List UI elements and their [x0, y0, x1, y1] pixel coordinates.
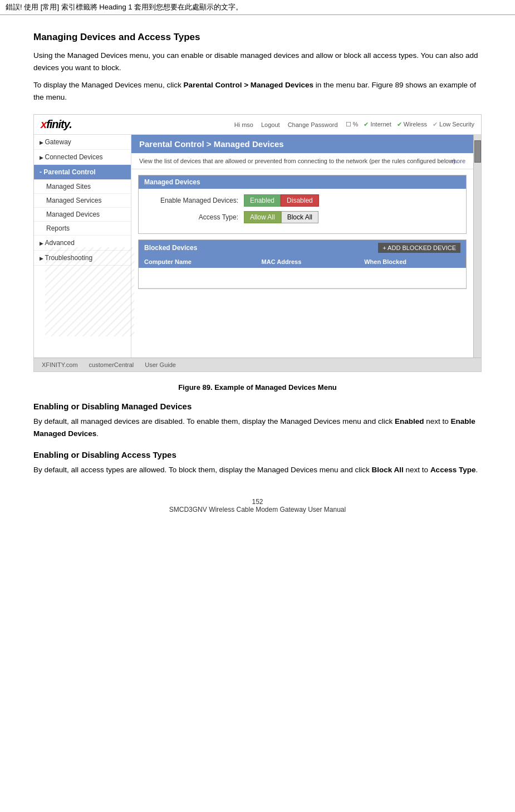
- scrollbar[interactable]: [473, 135, 481, 358]
- main-desc-text: View the list of devices that are allowe…: [139, 158, 457, 164]
- xfinity-footer: XFINITY.com customerCentral User Guide: [34, 358, 481, 371]
- page-content: Managing Devices and Access Types Using …: [0, 15, 515, 536]
- para3-bold1: Enabled: [395, 417, 424, 425]
- change-password-link[interactable]: Change Password: [288, 121, 338, 128]
- wireless-status: ✔ Wireless: [397, 121, 427, 128]
- status-items: ☐ % ✔ Internet ✔ Wireless ✔ Low Security: [346, 121, 474, 128]
- low-security-status: ✔ Low Security: [433, 121, 474, 128]
- figure-wrapper: xfinity. Hi mso Logout Change Password ☐…: [34, 115, 481, 371]
- section2-title: Enabling or Disabling Managed Devices: [33, 402, 482, 411]
- error-header-text: 錯誤! 使用 [常用] 索引標籤將 Heading 1 套用到您想要在此處顯示的…: [6, 3, 243, 11]
- disabled-button[interactable]: Disabled: [281, 194, 319, 207]
- para3-end: .: [96, 429, 99, 438]
- footer-customer-central-link[interactable]: customerCentral: [89, 361, 134, 368]
- section-box-body: Enable Managed Devices: Enabled Disabled…: [139, 189, 466, 233]
- para4: By default, all access types are allowed…: [33, 464, 482, 476]
- xfinity-ui: xfinity. Hi mso Logout Change Password ☐…: [34, 115, 481, 371]
- para2-bold: Parental Control > Managed Devices: [183, 81, 313, 89]
- xfinity-topnav: Hi mso Logout Change Password ☐ % ✔ Inte…: [234, 121, 474, 128]
- enable-label: Enable Managed Devices:: [146, 197, 244, 204]
- sidebar-item-connected-devices[interactable]: Connected Devices: [34, 150, 131, 165]
- managed-devices-section-box: Managed Devices Enable Managed Devices: …: [138, 175, 467, 234]
- section3-title: Enabling or Disabling Access Types: [33, 450, 482, 459]
- figure-container: xfinity. Hi mso Logout Change Password ☐…: [33, 114, 482, 372]
- enable-btn-group: Enabled Disabled: [244, 194, 319, 207]
- internet-status: ✔ Internet: [364, 121, 391, 128]
- para4-mid: next to: [404, 466, 430, 474]
- para3: By default, all managed devices are disa…: [33, 415, 482, 439]
- sidebar-subitem-reports[interactable]: Reports: [34, 222, 131, 236]
- para1: Using the Managed Devices menu, you can …: [33, 50, 482, 74]
- xfinity-topbar: xfinity. Hi mso Logout Change Password ☐…: [34, 115, 481, 135]
- para4-bold2: Access Type: [430, 466, 476, 474]
- block-all-button[interactable]: Block All: [281, 211, 318, 223]
- para3-prefix: By default, all managed devices are disa…: [33, 417, 395, 425]
- xfinity-main: Parental Control > Managed Devices View …: [131, 135, 473, 358]
- main-page-header: Parental Control > Managed Devices: [131, 135, 473, 153]
- para3-mid: next to: [424, 417, 450, 425]
- col-mac-address: MAC Address: [256, 256, 359, 268]
- para4-end: .: [475, 466, 478, 474]
- enable-row: Enable Managed Devices: Enabled Disabled: [146, 194, 458, 207]
- logout-link[interactable]: Logout: [261, 121, 280, 128]
- section-box-header: Managed Devices: [139, 175, 466, 189]
- main-header-text: Parental Control > Managed Devices: [139, 139, 284, 149]
- blocked-devices-section: Blocked Devices + ADD BLOCKED DEVICE Com…: [138, 239, 467, 289]
- sidebar-subitem-managed-services[interactable]: Managed Services: [34, 194, 131, 208]
- user-greeting: Hi mso: [234, 121, 253, 128]
- blocked-section-label: Blocked Devices: [144, 244, 197, 252]
- enabled-button[interactable]: Enabled: [244, 194, 281, 207]
- footer-xfinity-link[interactable]: XFINITY.com: [42, 361, 78, 368]
- section-title: Managing Devices and Access Types: [33, 32, 482, 43]
- sidebar-item-troubleshooting[interactable]: Troubleshooting: [34, 251, 131, 266]
- error-header: 錯誤! 使用 [常用] 索引標籤將 Heading 1 套用到您想要在此處顯示的…: [0, 0, 515, 15]
- logo-x: x: [41, 118, 46, 130]
- xfinity-sidebar: Gateway Connected Devices Parental Contr…: [34, 135, 131, 358]
- col-when-blocked: When Blocked: [359, 256, 466, 268]
- sidebar-item-gateway[interactable]: Gateway: [34, 135, 131, 150]
- page-number: 152: [33, 498, 482, 506]
- access-btn-group: Allow All Block All: [244, 211, 318, 223]
- access-label: Access Type:: [146, 213, 244, 221]
- col-computer-name: Computer Name: [139, 256, 256, 268]
- para2: To display the Managed Devices menu, cli…: [33, 79, 482, 103]
- allow-all-button[interactable]: Allow All: [244, 211, 281, 223]
- sidebar-item-parental-control[interactable]: Parental Control: [34, 165, 131, 180]
- figure-caption: Figure 89. Example of Managed Devices Me…: [33, 383, 482, 392]
- sidebar-subitem-managed-sites[interactable]: Managed Sites: [34, 180, 131, 194]
- logo-finity: finity.: [46, 118, 72, 130]
- table-empty-row: [139, 268, 466, 288]
- table-header-row: Computer Name MAC Address When Blocked: [139, 256, 466, 268]
- percent-status: ☐ %: [346, 121, 359, 128]
- footer-text: SMCD3GNV Wireless Cable Modem Gateway Us…: [33, 506, 482, 513]
- page-footer: 152 SMCD3GNV Wireless Cable Modem Gatewa…: [33, 498, 482, 525]
- para4-prefix: By default, all access types are allowed…: [33, 466, 372, 474]
- para4-bold1: Block All: [372, 466, 404, 474]
- para2-prefix: To display the Managed Devices menu, cli…: [33, 81, 183, 89]
- blocked-devices-table: Computer Name MAC Address When Blocked: [139, 256, 466, 288]
- more-link[interactable]: more: [452, 158, 465, 164]
- main-description: View the list of devices that are allowe…: [131, 153, 473, 169]
- xfinity-logo: xfinity.: [41, 118, 72, 131]
- sidebar-subitem-managed-devices[interactable]: Managed Devices: [34, 208, 131, 222]
- scrollbar-thumb[interactable]: [474, 140, 481, 163]
- access-type-row: Access Type: Allow All Block All: [146, 211, 458, 223]
- sidebar-item-advanced[interactable]: Advanced: [34, 236, 131, 251]
- add-blocked-device-button[interactable]: + ADD BLOCKED DEVICE: [378, 243, 460, 253]
- blocked-devices-header: Blocked Devices + ADD BLOCKED DEVICE: [139, 240, 466, 256]
- footer-user-guide-link[interactable]: User Guide: [145, 361, 176, 368]
- xfinity-body: Gateway Connected Devices Parental Contr…: [34, 135, 481, 358]
